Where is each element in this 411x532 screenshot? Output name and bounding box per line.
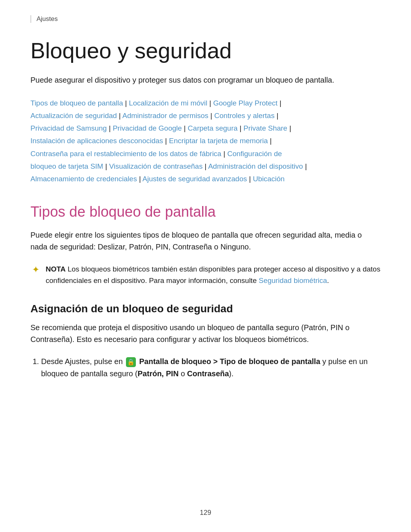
toc-link-ubicacion[interactable]: Ubicación: [253, 175, 284, 183]
toc-link-tipos[interactable]: Tipos de bloqueo de pantalla: [30, 99, 123, 107]
toc-link-contrasena[interactable]: Contraseña para el restablecimiento de l…: [30, 150, 221, 158]
section2-body: Se recomienda que proteja el dispositivo…: [30, 322, 381, 345]
breadcrumb-text: Ajustes: [37, 15, 58, 22]
lock-icon-inline: [126, 357, 136, 367]
toc-link-configuracion[interactable]: Configuración de: [227, 150, 282, 158]
section1-body: Puede elegir entre los siguientes tipos …: [30, 229, 381, 253]
step1-bold2: Patrón, PIN: [138, 369, 179, 378]
note-box: ✦ NOTA Los bloqueos biométricos también …: [30, 264, 381, 287]
section1-title: Tipos de bloqueo de pantalla: [30, 203, 381, 221]
toc-link-instalacion[interactable]: Instalación de aplicaciones desconocidas: [30, 137, 163, 145]
toc-link-administrador[interactable]: Administrador de permisos: [123, 112, 209, 120]
step1-suffix2: o: [178, 369, 187, 378]
step1-prefix: Desde Ajustes, pulse en: [41, 357, 125, 366]
note-icon: ✦: [32, 264, 40, 275]
step1-bold1: Pantalla de bloqueo > Tipo de bloqueo de…: [137, 357, 320, 366]
toc-links: Tipos de bloqueo de pantalla | Localizac…: [30, 97, 381, 185]
page-number: 129: [200, 509, 211, 517]
toc-link-controles[interactable]: Controles y alertas: [214, 112, 274, 120]
toc-link-private-share[interactable]: Private Share: [244, 124, 287, 132]
section2-title: Asignación de un bloqueo de seguridad: [30, 303, 381, 315]
toc-link-google[interactable]: Google Play Protect: [213, 99, 277, 107]
toc-link-localizacion[interactable]: Localización de mi móvil: [129, 99, 207, 107]
note-link[interactable]: Seguridad biométrica: [259, 276, 327, 284]
note-content: NOTA Los bloqueos biométricos también es…: [46, 264, 381, 287]
note-text-after: .: [327, 276, 329, 284]
step1-bold3: Contraseña: [187, 369, 229, 378]
steps-list: Desde Ajustes, pulse en Pantalla de bloq…: [30, 355, 381, 380]
toc-link-privacidad-samsung[interactable]: Privacidad de Samsung: [30, 124, 107, 132]
note-text: Los bloqueos biométricos también están d…: [46, 265, 380, 284]
step-1: Desde Ajustes, pulse en Pantalla de bloq…: [41, 355, 381, 380]
toc-link-administracion[interactable]: Administración del dispositivo: [208, 162, 303, 170]
intro-text: Puede asegurar el dispositivo y proteger…: [30, 74, 381, 86]
breadcrumb-bar: Ajustes: [30, 15, 381, 23]
toc-link-actualizacion[interactable]: Actualización de seguridad: [30, 112, 117, 120]
toc-link-encriptar[interactable]: Encriptar la tarjeta de memoria: [169, 137, 268, 145]
toc-link-carpeta[interactable]: Carpeta segura: [188, 124, 237, 132]
page-title: Bloqueo y seguridad: [30, 38, 381, 64]
step1-suffix3: ).: [229, 369, 234, 378]
toc-link-almacenamiento[interactable]: Almacenamiento de credenciales: [30, 175, 137, 183]
toc-link-privacidad-google[interactable]: Privacidad de Google: [113, 124, 182, 132]
toc-link-visualizacion[interactable]: Visualización de contraseñas: [109, 162, 203, 170]
toc-link-sim[interactable]: bloqueo de tarjeta SIM: [30, 162, 103, 170]
note-label: NOTA: [46, 265, 65, 273]
toc-link-ajustes-avanzados[interactable]: Ajustes de seguridad avanzados: [142, 175, 247, 183]
